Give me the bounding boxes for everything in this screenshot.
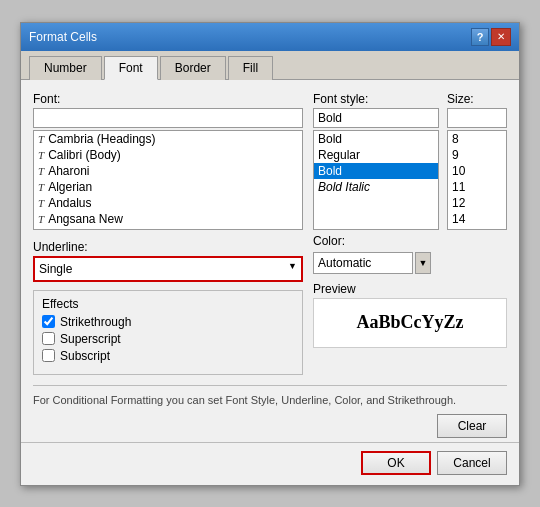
size-input[interactable]: [447, 108, 507, 128]
subscript-label: Subscript: [60, 349, 110, 363]
tab-bar: Number Font Border Fill: [21, 51, 519, 80]
close-button[interactable]: ✕: [491, 28, 511, 46]
list-item[interactable]: 14: [448, 211, 506, 227]
list-item[interactable]: T Algerian: [34, 179, 302, 195]
title-bar: Format Cells ? ✕: [21, 23, 519, 51]
font-style-listbox[interactable]: Bold Regular Bold Bold Italic: [313, 130, 439, 230]
strikethrough-label: Strikethrough: [60, 315, 131, 329]
font-label: Font:: [33, 92, 303, 106]
list-item[interactable]: Bold: [314, 163, 438, 179]
list-item[interactable]: 9: [448, 147, 506, 163]
font-type-icon: T: [38, 181, 44, 193]
effects-title: Effects: [42, 297, 294, 311]
size-label: Size:: [447, 92, 507, 106]
help-button[interactable]: ?: [471, 28, 489, 46]
tab-number[interactable]: Number: [29, 56, 102, 80]
font-type-icon: T: [38, 165, 44, 177]
dialog-content: Font: T Cambria (Headings) T Calibri (Bo…: [21, 80, 519, 414]
color-value: Automatic: [318, 256, 371, 270]
size-col: Size: 8 9 10 11 12 14: [447, 92, 507, 230]
list-item[interactable]: 10: [448, 163, 506, 179]
color-dropdown-arrow[interactable]: ▼: [415, 252, 431, 274]
list-item[interactable]: T Angsana New: [34, 211, 302, 227]
preview-section: Preview AaBbCcYyZz: [313, 282, 507, 348]
subscript-row: Subscript: [42, 349, 294, 363]
clear-button[interactable]: Clear: [437, 414, 507, 438]
list-item[interactable]: T Andalus: [34, 195, 302, 211]
tab-fill[interactable]: Fill: [228, 56, 273, 80]
info-text: For Conditional Formatting you can set F…: [33, 385, 507, 406]
main-row: Font: T Cambria (Headings) T Calibri (Bo…: [33, 92, 507, 375]
list-item[interactable]: Bold Italic: [314, 179, 438, 195]
preview-text: AaBbCcYyZz: [357, 312, 464, 333]
font-listbox[interactable]: T Cambria (Headings) T Calibri (Body) T …: [33, 130, 303, 230]
clear-btn-row: Clear: [21, 414, 519, 442]
strikethrough-checkbox[interactable]: [42, 315, 55, 328]
tab-border[interactable]: Border: [160, 56, 226, 80]
underline-label: Underline:: [33, 240, 303, 254]
color-row: Color:: [313, 234, 507, 250]
title-controls: ? ✕: [471, 28, 511, 46]
list-item[interactable]: 12: [448, 195, 506, 211]
underline-section: Underline: None Single Double Single Acc…: [33, 240, 303, 282]
dialog-title: Format Cells: [29, 30, 97, 44]
font-input[interactable]: [33, 108, 303, 128]
list-item[interactable]: T Cambria (Headings): [34, 131, 302, 147]
format-cells-dialog: Format Cells ? ✕ Number Font Border Fill…: [20, 22, 520, 486]
effects-section: Effects Strikethrough Superscript Subscr…: [33, 290, 303, 375]
style-size-row: Font style: Bold Regular Bold Bold Itali…: [313, 92, 507, 230]
ok-button[interactable]: OK: [361, 451, 431, 475]
list-item[interactable]: T Aharoni: [34, 163, 302, 179]
bottom-buttons: OK Cancel: [21, 442, 519, 485]
list-item[interactable]: Bold: [314, 131, 438, 147]
preview-label: Preview: [313, 282, 507, 296]
font-type-icon: T: [38, 133, 44, 145]
underline-select-wrapper[interactable]: None Single Double Single Accounting Dou…: [33, 256, 303, 282]
font-type-icon: T: [38, 213, 44, 225]
right-column: Font style: Bold Regular Bold Bold Itali…: [313, 92, 507, 375]
subscript-checkbox[interactable]: [42, 349, 55, 362]
list-item[interactable]: 8: [448, 131, 506, 147]
color-control: Automatic ▼: [313, 252, 507, 274]
superscript-row: Superscript: [42, 332, 294, 346]
list-item[interactable]: Regular: [314, 147, 438, 163]
strikethrough-row: Strikethrough: [42, 315, 294, 329]
size-listbox[interactable]: 8 9 10 11 12 14: [447, 130, 507, 230]
list-item[interactable]: 11: [448, 179, 506, 195]
superscript-checkbox[interactable]: [42, 332, 55, 345]
font-style-label: Font style:: [313, 92, 439, 106]
underline-select[interactable]: None Single Double Single Accounting Dou…: [35, 258, 301, 280]
superscript-label: Superscript: [60, 332, 121, 346]
font-type-icon: T: [38, 197, 44, 209]
cancel-button[interactable]: Cancel: [437, 451, 507, 475]
style-col: Font style: Bold Regular Bold Bold Itali…: [313, 92, 439, 230]
preview-box: AaBbCcYyZz: [313, 298, 507, 348]
color-label: Color:: [313, 234, 345, 248]
color-select-button[interactable]: Automatic: [313, 252, 413, 274]
tab-font[interactable]: Font: [104, 56, 158, 80]
list-item[interactable]: T Calibri (Body): [34, 147, 302, 163]
left-column: Font: T Cambria (Headings) T Calibri (Bo…: [33, 92, 303, 375]
font-type-icon: T: [38, 149, 44, 161]
font-style-input[interactable]: [313, 108, 439, 128]
